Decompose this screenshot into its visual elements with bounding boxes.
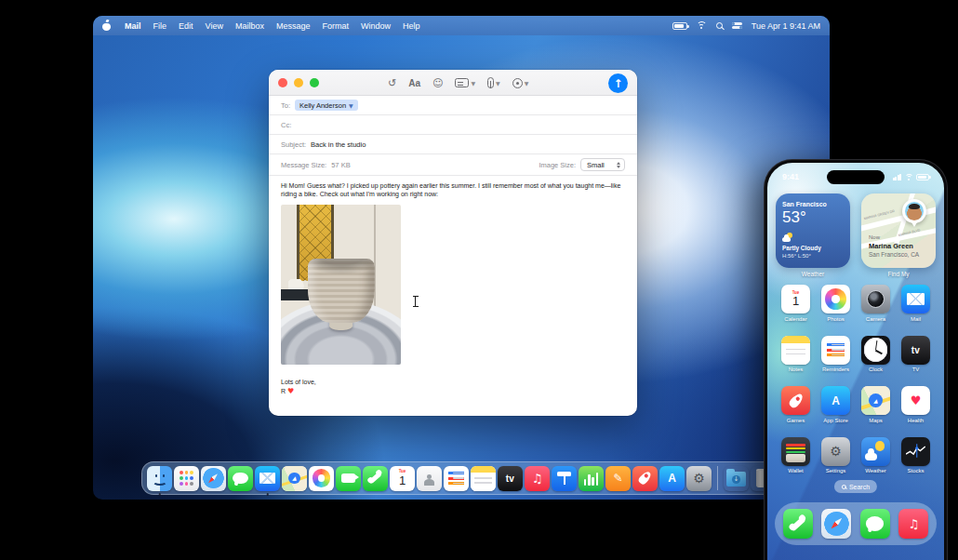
iphone-app-reminders[interactable]: Reminders bbox=[818, 336, 855, 373]
dock-item-games[interactable] bbox=[632, 466, 658, 491]
menu-mailbox[interactable]: Mailbox bbox=[235, 21, 264, 31]
wifi-icon[interactable] bbox=[697, 21, 707, 30]
control-center-icon[interactable] bbox=[732, 21, 742, 30]
header-fields-button[interactable]: ▼ bbox=[455, 78, 475, 87]
dock-item-appstore[interactable]: A bbox=[659, 466, 685, 491]
iphone-app-weather[interactable]: Weather bbox=[858, 437, 895, 474]
menu-help[interactable]: Help bbox=[403, 21, 420, 31]
paperclip-icon bbox=[487, 77, 494, 88]
menu-format[interactable]: Format bbox=[322, 21, 349, 31]
dock-item-launchpad[interactable] bbox=[174, 466, 199, 491]
person-location-pin bbox=[902, 199, 926, 223]
minimize-window-button[interactable] bbox=[294, 78, 303, 87]
menu-bar-clock[interactable]: Tue Apr 1 9:41 AM bbox=[752, 21, 820, 31]
apple-menu-icon[interactable] bbox=[102, 20, 111, 31]
menu-edit[interactable]: Edit bbox=[179, 21, 193, 31]
menu-mail[interactable]: Mail bbox=[125, 21, 141, 31]
find-my-widget[interactable]: MARINA GREEN DR MARINA BLVD Now Marina G… bbox=[861, 193, 936, 268]
weather-city: San Francisco bbox=[782, 201, 844, 207]
dock-item-messages[interactable] bbox=[228, 466, 253, 491]
message-body[interactable]: Hi Mom! Guess what? I picked up pottery … bbox=[269, 176, 637, 365]
dock-item-settings[interactable]: ⚙ bbox=[686, 466, 712, 491]
recipient-token[interactable]: Kelly Anderson ▼ bbox=[295, 100, 358, 111]
dock-item-phone[interactable] bbox=[363, 466, 388, 491]
dock-item-photos[interactable] bbox=[309, 466, 334, 491]
dock-item-mail[interactable] bbox=[255, 466, 280, 491]
iphone-dock-phone-icon[interactable] bbox=[783, 509, 813, 539]
weather-temperature: 53° bbox=[782, 208, 844, 227]
undo-icon[interactable]: ↺ bbox=[388, 78, 396, 88]
iphone-app-settings[interactable]: ⚙Settings bbox=[818, 437, 855, 474]
image-size-label: Image Size: bbox=[539, 161, 576, 169]
iphone-app-stocks[interactable]: Stocks bbox=[898, 437, 935, 474]
menu-window[interactable]: Window bbox=[361, 21, 391, 31]
dock-item-facetime[interactable] bbox=[336, 466, 361, 491]
subject-field-row[interactable]: Subject: Back in the studio bbox=[269, 135, 637, 154]
app-label: Notes bbox=[789, 367, 804, 372]
battery-icon bbox=[916, 174, 929, 180]
send-button[interactable]: ↑ bbox=[608, 73, 628, 93]
dock-item-calendar[interactable]: Tue1 bbox=[390, 466, 415, 491]
iphone-app-photos[interactable]: Photos bbox=[818, 285, 855, 322]
attach-file-button[interactable]: ▼ bbox=[487, 77, 500, 88]
iphone-app-notes[interactable]: Notes bbox=[778, 336, 815, 373]
iphone-app-games[interactable]: Games bbox=[778, 386, 815, 423]
findmy-now: Now bbox=[869, 234, 880, 240]
menu-file[interactable]: File bbox=[153, 21, 167, 31]
iphone-dock-messages-icon[interactable] bbox=[860, 509, 890, 539]
dock-item-keynote[interactable] bbox=[552, 466, 577, 491]
image-size-select[interactable]: Small bbox=[580, 158, 625, 171]
iphone-app-health[interactable]: ♥Health bbox=[898, 386, 935, 423]
games-icon bbox=[781, 386, 810, 415]
to-field-row[interactable]: To: Kelly Anderson ▼ bbox=[269, 96, 637, 115]
iphone-app-maps[interactable]: ▲Maps bbox=[858, 386, 895, 423]
recipient-name: Kelly Anderson bbox=[299, 101, 346, 110]
appstore-icon: A bbox=[659, 466, 685, 491]
insert-media-button[interactable]: ▼ bbox=[512, 78, 529, 88]
dock-item-safari[interactable] bbox=[201, 466, 226, 491]
stocks-icon bbox=[901, 437, 930, 466]
dock-item-downloads[interactable]: ↓ bbox=[724, 466, 749, 491]
downloads-icon: ↓ bbox=[724, 466, 749, 491]
cc-field-row[interactable]: Cc: bbox=[269, 115, 637, 135]
app-label: Mail bbox=[911, 316, 921, 322]
close-window-button[interactable] bbox=[278, 78, 287, 87]
subject-value: Back in the studio bbox=[311, 140, 366, 149]
spotlight-search-icon[interactable] bbox=[716, 22, 723, 29]
health-icon: ♥ bbox=[901, 386, 930, 415]
dock-item-pages[interactable]: ✎ bbox=[605, 466, 631, 491]
battery-icon[interactable] bbox=[672, 22, 687, 30]
photo-attachment[interactable] bbox=[281, 205, 401, 365]
dock-item-maps[interactable]: ▲ bbox=[282, 466, 307, 491]
dock-item-finder[interactable] bbox=[147, 466, 172, 491]
format-font-button[interactable]: Aa bbox=[408, 78, 420, 88]
iphone-dock-music-icon[interactable]: ♫ bbox=[898, 509, 928, 539]
window-controls bbox=[278, 78, 319, 87]
iphone-app-camera[interactable]: Camera bbox=[858, 285, 895, 322]
search-icon bbox=[842, 485, 846, 489]
dock-item-contacts[interactable] bbox=[417, 466, 442, 491]
emoji-picker-icon[interactable]: ☺ bbox=[432, 78, 443, 88]
iphone-app-wallet[interactable]: Wallet bbox=[778, 437, 815, 474]
menu-view[interactable]: View bbox=[206, 21, 223, 31]
spotlight-search-pill[interactable]: Search bbox=[834, 480, 877, 493]
settings-icon: ⚙ bbox=[686, 466, 712, 491]
dock-item-tv[interactable]: tv bbox=[498, 466, 523, 491]
iphone-app-appstore[interactable]: AApp Store bbox=[818, 386, 855, 423]
dock-item-music[interactable]: ♫ bbox=[525, 466, 550, 491]
zoom-window-button[interactable] bbox=[310, 78, 319, 87]
dock-item-reminders[interactable] bbox=[444, 466, 469, 491]
iphone-dock-safari-icon[interactable] bbox=[821, 509, 851, 539]
launchpad-icon bbox=[174, 466, 199, 491]
games-icon bbox=[632, 466, 658, 491]
iphone-app-tv[interactable]: tvTV bbox=[898, 336, 935, 373]
iphone-app-clock[interactable]: Clock bbox=[858, 336, 895, 373]
iphone-app-mail[interactable]: Mail bbox=[898, 285, 935, 322]
findmy-place: Marina Green bbox=[869, 242, 913, 250]
weather-widget[interactable]: San Francisco 53° Partly Cloudy H:56° L:… bbox=[776, 193, 850, 268]
dock-item-numbers[interactable] bbox=[579, 466, 604, 491]
photos-icon bbox=[821, 285, 850, 313]
dock-item-notes[interactable] bbox=[471, 466, 496, 491]
iphone-app-calendar[interactable]: Tue1Calendar bbox=[778, 285, 815, 322]
menu-message[interactable]: Message bbox=[276, 21, 311, 31]
